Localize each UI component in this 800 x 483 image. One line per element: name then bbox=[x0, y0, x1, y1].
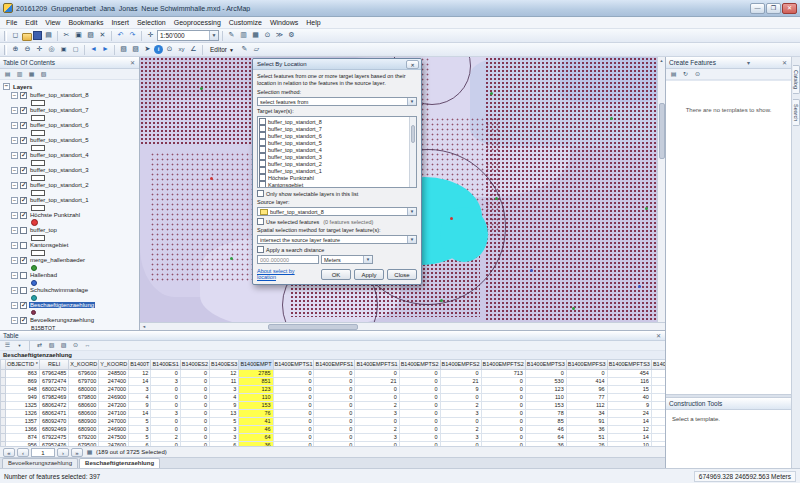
cell[interactable]: 34 bbox=[566, 409, 607, 417]
show-selected-records-icon[interactable]: ▦ bbox=[85, 448, 94, 457]
expander-icon[interactable]: − bbox=[11, 182, 18, 189]
chevron-down-icon[interactable]: ▼ bbox=[15, 341, 24, 350]
layer-visibility-checkbox[interactable] bbox=[20, 92, 27, 99]
layer-symbol-swatch[interactable] bbox=[31, 205, 45, 211]
cell[interactable]: 414 bbox=[566, 377, 607, 385]
target-layer-checkbox[interactable] bbox=[259, 160, 266, 167]
cell[interactable]: 2 bbox=[355, 425, 399, 433]
cell[interactable]: 0 bbox=[481, 393, 525, 401]
cell[interactable]: 0 bbox=[314, 369, 355, 377]
cell[interactable]: 36 bbox=[525, 441, 566, 446]
layer-visibility-checkbox[interactable] bbox=[20, 257, 27, 264]
cell[interactable]: 248500 bbox=[99, 369, 129, 377]
column-header[interactable]: B1400T bbox=[129, 360, 151, 369]
layer-visibility-checkbox[interactable] bbox=[20, 122, 27, 129]
cell[interactable]: 14 bbox=[607, 417, 651, 425]
target-layer-checkbox[interactable] bbox=[259, 167, 266, 174]
cell[interactable]: 2 bbox=[151, 433, 180, 441]
go-to-xy-icon[interactable]: xy bbox=[176, 44, 187, 55]
layer-symbol-swatch[interactable] bbox=[31, 175, 45, 181]
cell[interactable]: 0 bbox=[314, 425, 355, 433]
column-header[interactable]: B1400ES3 bbox=[210, 360, 239, 369]
cell[interactable]: 0 bbox=[151, 369, 180, 377]
list-scrollbar[interactable] bbox=[409, 117, 416, 187]
cell[interactable]: 680900 bbox=[69, 425, 99, 433]
target-layer-checkbox[interactable] bbox=[259, 153, 266, 160]
ok-button[interactable]: OK bbox=[321, 269, 351, 280]
expander-icon[interactable]: − bbox=[11, 212, 18, 219]
cell[interactable]: 2 bbox=[355, 401, 399, 409]
cell[interactable]: 1325 bbox=[6, 401, 40, 409]
cell[interactable]: 0 bbox=[273, 385, 314, 393]
model-builder-icon[interactable]: ⚙ bbox=[286, 30, 297, 41]
toc-layer-item[interactable]: −buffer_top_standort_5 bbox=[3, 136, 139, 144]
cell[interactable]: 247100 bbox=[99, 409, 129, 417]
cell[interactable]: 46 bbox=[525, 425, 566, 433]
cell[interactable]: 0 bbox=[151, 441, 180, 446]
cell[interactable]: 0 bbox=[273, 433, 314, 441]
cell[interactable]: 680600 bbox=[69, 409, 99, 417]
menu-insert[interactable]: Insert bbox=[107, 17, 133, 29]
cell[interactable]: 0 bbox=[273, 393, 314, 401]
cell[interactable]: 0 bbox=[481, 385, 525, 393]
measure-icon[interactable]: ∠ bbox=[188, 44, 199, 55]
new-document-icon[interactable]: ◻ bbox=[10, 30, 21, 41]
cell[interactable]: 0 bbox=[273, 409, 314, 417]
close-button[interactable]: Close bbox=[387, 269, 417, 280]
cell[interactable]: 0 bbox=[481, 417, 525, 425]
cell[interactable]: 14 bbox=[129, 409, 151, 417]
organize-templates-icon[interactable]: ▤ bbox=[669, 70, 678, 79]
column-header[interactable]: B1400EMPTS2 bbox=[399, 360, 440, 369]
target-layer-checkbox[interactable] bbox=[259, 118, 266, 125]
column-header[interactable]: B1400EMPT bbox=[239, 360, 273, 369]
cell[interactable]: 0 bbox=[481, 433, 525, 441]
cell[interactable]: 0 bbox=[566, 369, 607, 377]
apply-distance-checkbox[interactable] bbox=[257, 246, 264, 253]
layer-visibility-checkbox[interactable] bbox=[20, 152, 27, 159]
column-header[interactable]: B1400EMPFTS3 bbox=[607, 360, 651, 369]
cell[interactable]: 0 bbox=[355, 417, 399, 425]
cell[interactable]: 247000 bbox=[99, 385, 129, 393]
previous-record-icon[interactable]: ‹ bbox=[17, 448, 29, 457]
cell[interactable]: 64 bbox=[239, 433, 273, 441]
redo-icon[interactable]: ↷ bbox=[127, 30, 138, 41]
last-record-icon[interactable]: » bbox=[71, 448, 83, 457]
cell[interactable]: 0 bbox=[314, 409, 355, 417]
cell[interactable]: 0 bbox=[180, 385, 209, 393]
cell[interactable]: 247600 bbox=[99, 441, 129, 446]
table-close-icon[interactable]: ✕ bbox=[655, 332, 662, 339]
layer-symbol-swatch[interactable] bbox=[31, 115, 45, 121]
cell[interactable]: 0 bbox=[651, 369, 665, 377]
cell[interactable]: 0 bbox=[314, 393, 355, 401]
cell[interactable]: 78 bbox=[525, 409, 566, 417]
layer-label[interactable]: buffer_top_standort_6 bbox=[29, 122, 90, 128]
cell[interactable]: 153 bbox=[239, 401, 273, 409]
expander-icon[interactable]: − bbox=[11, 137, 18, 144]
toc-root-item[interactable]: −Layers bbox=[3, 82, 139, 91]
menu-edit[interactable]: Edit bbox=[21, 17, 41, 29]
cell[interactable]: 0 bbox=[355, 441, 399, 446]
layer-symbol-swatch[interactable] bbox=[31, 280, 37, 286]
paste-icon[interactable]: ▨ bbox=[85, 30, 96, 41]
toc-layer-item[interactable]: −Hallenbad bbox=[3, 271, 139, 279]
catalog-window-icon[interactable]: ▦ bbox=[250, 30, 261, 41]
layer-symbol-swatch[interactable] bbox=[31, 130, 45, 136]
next-extent-icon[interactable]: ► bbox=[100, 44, 111, 55]
cell[interactable]: 3 bbox=[129, 385, 151, 393]
cell[interactable]: 46 bbox=[239, 425, 273, 433]
menu-windows[interactable]: Windows bbox=[266, 17, 302, 29]
layer-label[interactable]: buffer_top_standort_3 bbox=[29, 167, 90, 173]
chevron-down-icon[interactable]: ▼ bbox=[407, 236, 416, 243]
cell[interactable]: 0 bbox=[273, 425, 314, 433]
cell[interactable]: 0 bbox=[399, 385, 440, 393]
zoom-out-icon[interactable]: ⊖ bbox=[22, 44, 33, 55]
zoom-to-selected-icon[interactable]: ⊙ bbox=[71, 341, 80, 350]
cell[interactable]: 46 bbox=[651, 433, 665, 441]
print-icon[interactable]: ▤ bbox=[43, 30, 54, 41]
select-features-icon[interactable]: ▧ bbox=[118, 44, 129, 55]
python-window-icon[interactable]: ≫ bbox=[274, 30, 285, 41]
cell[interactable]: 0 bbox=[399, 393, 440, 401]
column-header[interactable]: Y_KOORD bbox=[99, 360, 129, 369]
only-show-selectable-checkbox[interactable] bbox=[257, 190, 264, 197]
cell[interactable]: 0 bbox=[440, 417, 481, 425]
